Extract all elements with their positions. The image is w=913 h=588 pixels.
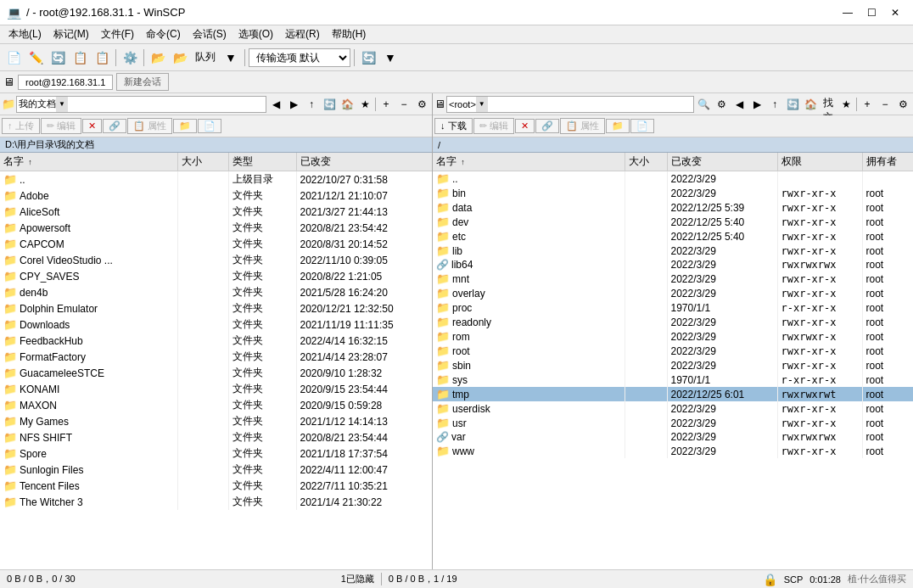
table-row[interactable]: 📁Downloads 文件夹 2021/11/19 11:11:35 bbox=[0, 316, 432, 333]
table-row[interactable]: 📁Dolphin Emulator 文件夹 2020/12/21 12:32:5… bbox=[0, 300, 432, 316]
left-btn-refresh[interactable]: 🔄 bbox=[321, 96, 338, 113]
table-row[interactable]: 📁Spore 文件夹 2021/1/18 17:37:54 bbox=[0, 445, 432, 462]
right-new2-btn[interactable]: 📄 bbox=[630, 119, 654, 133]
table-row[interactable]: 📁CPY_SAVES 文件夹 2020/8/22 1:21:05 bbox=[0, 268, 432, 284]
left-btn-up[interactable]: ↑ bbox=[303, 96, 320, 113]
toolbar-dropdown2[interactable]: ▼ bbox=[380, 48, 400, 68]
table-row[interactable]: 📁Apowersoft 文件夹 2020/8/21 23:54:42 bbox=[0, 220, 432, 236]
toolbar-refresh[interactable]: 🔄 bbox=[358, 48, 378, 68]
table-row[interactable]: 📁GuacameleeSTCE 文件夹 2020/9/10 1:28:32 bbox=[0, 365, 432, 381]
table-row[interactable]: 📁sbin 2022/3/29 rwxr-xr-x root bbox=[433, 358, 913, 372]
left-props-btn[interactable]: 📋 属性 bbox=[127, 118, 172, 134]
left-file-list[interactable]: 名字 ↑ 大小 类型 已改变 📁.. 上级目录 2022/10/27 0:31:… bbox=[0, 153, 432, 569]
table-row[interactable]: 📁.. 2022/3/29 bbox=[433, 171, 913, 187]
right-btn-next[interactable]: ▶ bbox=[748, 96, 765, 113]
table-row[interactable]: 📁readonly 2022/3/29 rwxr-xr-x root bbox=[433, 315, 913, 329]
menu-local[interactable]: 本地(L) bbox=[3, 25, 47, 43]
menu-options[interactable]: 选项(O) bbox=[233, 25, 278, 43]
table-row[interactable]: 📁NFS SHIFT 文件夹 2020/8/21 23:54:44 bbox=[0, 429, 432, 445]
left-col-modified[interactable]: 已改变 bbox=[296, 153, 432, 171]
menu-mark[interactable]: 标记(M) bbox=[48, 25, 94, 43]
table-row[interactable]: 📁FeedbackHub 文件夹 2022/4/14 16:32:15 bbox=[0, 333, 432, 349]
right-col-modified[interactable]: 已改变 bbox=[667, 153, 777, 171]
right-new-btn[interactable]: 📁 bbox=[606, 119, 630, 133]
right-btn-home[interactable]: 🏠 bbox=[802, 96, 819, 113]
close-button[interactable]: ✕ bbox=[884, 3, 906, 22]
table-row[interactable]: 📁bin 2022/3/29 rwxr-xr-x root bbox=[433, 186, 913, 200]
right-btn-filter[interactable]: 🔍 bbox=[695, 96, 712, 113]
right-props-btn[interactable]: 📋 属性 bbox=[560, 118, 605, 134]
left-edit-btn[interactable]: ✏ 编辑 bbox=[41, 118, 81, 134]
minimize-button[interactable]: — bbox=[837, 3, 859, 22]
table-row[interactable]: 📁Tencent Files 文件夹 2022/7/11 10:35:21 bbox=[0, 478, 432, 494]
table-row[interactable]: 📁rom 2022/3/29 rwxrwxr-x root bbox=[433, 329, 913, 344]
table-row[interactable]: 📁mnt 2022/3/29 rwxr-xr-x root bbox=[433, 272, 913, 286]
right-btn-filter2[interactable]: ⚙ bbox=[713, 96, 730, 113]
menu-file[interactable]: 文件(F) bbox=[96, 25, 139, 43]
maximize-button[interactable]: ☐ bbox=[860, 3, 882, 22]
right-col-size[interactable]: 大小 bbox=[625, 153, 667, 171]
right-download-btn[interactable]: ↓ 下载 bbox=[434, 118, 473, 134]
table-row[interactable]: 🔗var 2022/3/29 rwxrwxrwx root bbox=[433, 430, 913, 444]
table-row[interactable]: 📁dev 2022/12/25 5:40 rwxr-xr-x root bbox=[433, 215, 913, 229]
right-btn-up[interactable]: ↑ bbox=[766, 96, 783, 113]
left-btn-bookmark[interactable]: ★ bbox=[356, 96, 373, 113]
right-path-dropdown[interactable]: ▼ bbox=[476, 97, 488, 112]
table-row[interactable]: 📁root 2022/3/29 rwxr-xr-x root bbox=[433, 344, 913, 358]
menu-help[interactable]: 帮助(H) bbox=[327, 25, 372, 43]
left-upload-btn[interactable]: ↑ 上传 bbox=[2, 118, 40, 134]
left-path-dropdown[interactable]: ▼ bbox=[56, 97, 68, 112]
toolbar-btn-1[interactable]: 📄 bbox=[3, 48, 24, 68]
right-btn-plus[interactable]: + bbox=[859, 96, 876, 113]
right-btn-prev[interactable]: ◀ bbox=[731, 96, 748, 113]
table-row[interactable]: 📁www 2022/3/29 rwxr-xr-x root bbox=[433, 444, 913, 458]
table-row[interactable]: 📁etc 2022/12/25 5:40 rwxr-xr-x root bbox=[433, 229, 913, 244]
menu-command[interactable]: 命令(C) bbox=[141, 25, 186, 43]
right-link-btn[interactable]: 🔗 bbox=[535, 119, 559, 133]
left-btn-plus[interactable]: + bbox=[378, 96, 395, 113]
right-file-list[interactable]: 名字 ↑ 大小 已改变 权限 拥有者 📁.. 2022/3/29 📁bin 20… bbox=[433, 153, 913, 569]
table-row[interactable]: 📁Corel VideoStudio ... 文件夹 2022/11/10 0:… bbox=[0, 252, 432, 268]
right-col-owner[interactable]: 拥有者 bbox=[862, 153, 913, 171]
toolbar-btn-5[interactable]: 📂 bbox=[148, 48, 168, 68]
table-row[interactable]: 📁overlay 2022/3/29 rwxr-xr-x root bbox=[433, 286, 913, 300]
toolbar-dropdown[interactable]: ▼ bbox=[221, 48, 241, 68]
toolbar-sync[interactable]: 🔄 bbox=[48, 48, 68, 68]
toolbar-btn-3[interactable]: 📋 bbox=[70, 48, 90, 68]
right-btn-search[interactable]: 🔍 查找文件 bbox=[820, 96, 837, 113]
right-col-perms[interactable]: 权限 bbox=[777, 153, 862, 171]
right-btn-bookmark[interactable]: ★ bbox=[837, 96, 854, 113]
table-row[interactable]: 📁Adobe 文件夹 2021/12/1 21:10:07 bbox=[0, 188, 432, 204]
right-delete-btn[interactable]: ✕ bbox=[515, 119, 535, 133]
table-row[interactable]: 📁My Games 文件夹 2021/1/12 14:14:13 bbox=[0, 413, 432, 429]
table-row[interactable]: 📁Sunlogin Files 文件夹 2022/4/11 12:00:47 bbox=[0, 462, 432, 478]
left-new-btn[interactable]: 📁 bbox=[173, 119, 197, 133]
table-row[interactable]: 📁userdisk 2022/3/29 rwxr-xr-x root bbox=[433, 401, 913, 416]
left-col-type[interactable]: 类型 bbox=[228, 153, 296, 171]
transfer-options-dropdown[interactable]: 传输选项 默认 bbox=[249, 48, 350, 67]
table-row[interactable]: 📁usr 2022/3/29 rwxr-xr-x root bbox=[433, 416, 913, 430]
table-row[interactable]: 📁.. 上级目录 2022/10/27 0:31:58 bbox=[0, 171, 432, 188]
session-tab[interactable]: root@192.168.31.1 bbox=[18, 75, 113, 90]
left-col-size[interactable]: 大小 bbox=[177, 153, 228, 171]
right-col-name[interactable]: 名字 ↑ bbox=[433, 153, 625, 171]
right-btn-refresh[interactable]: 🔄 bbox=[784, 96, 801, 113]
left-btn-next[interactable]: ▶ bbox=[285, 96, 302, 113]
left-btn-prev[interactable]: ◀ bbox=[267, 96, 284, 113]
right-btn-settings[interactable]: ⚙ bbox=[894, 96, 911, 113]
toolbar-btn-2[interactable]: ✏️ bbox=[25, 48, 46, 68]
table-row[interactable]: 📁sys 1970/1/1 r-xr-xr-x root bbox=[433, 372, 913, 387]
left-new2-btn[interactable]: 📄 bbox=[198, 119, 221, 133]
menu-session[interactable]: 会话(S) bbox=[188, 25, 232, 43]
table-row[interactable]: 📁proc 1970/1/1 r-xr-xr-x root bbox=[433, 300, 913, 315]
table-row[interactable]: 📁The Witcher 3 文件夹 2021/1/4 21:30:22 bbox=[0, 494, 432, 510]
toolbar-btn-6[interactable]: 📂 bbox=[170, 48, 190, 68]
right-btn-minus[interactable]: − bbox=[877, 96, 893, 113]
table-row[interactable]: 🔗lib64 2022/3/29 rwxrwxrwx root bbox=[433, 258, 913, 272]
toolbar-gear[interactable]: ⚙️ bbox=[120, 48, 140, 68]
table-row[interactable]: 📁AliceSoft 文件夹 2021/3/27 21:44:13 bbox=[0, 204, 432, 220]
new-session-button[interactable]: 新建会话 bbox=[116, 73, 169, 91]
table-row[interactable]: 📁lib 2022/3/29 rwxr-xr-x root bbox=[433, 244, 913, 258]
menu-remote[interactable]: 远程(R) bbox=[280, 25, 325, 43]
table-row[interactable]: 📁den4b 文件夹 2021/5/28 16:24:20 bbox=[0, 284, 432, 300]
